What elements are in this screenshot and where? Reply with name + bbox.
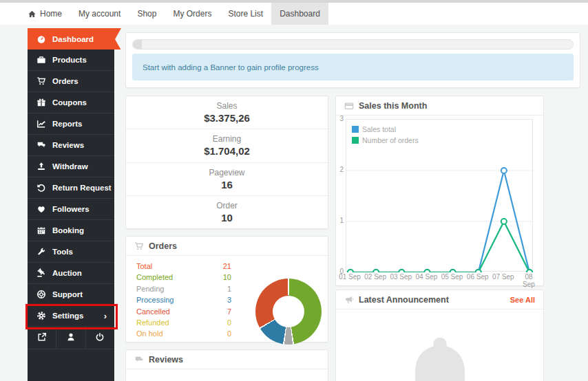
- order-row-refunded[interactable]: Refunded0: [136, 317, 231, 328]
- bell-icon: [395, 334, 485, 381]
- x-tick-label: 02 Sep: [363, 273, 388, 281]
- sidebar-item-label: Products: [52, 56, 87, 64]
- sidebar-item-label: Support: [52, 290, 83, 298]
- briefcase-icon: [36, 55, 46, 65]
- nav-home[interactable]: Home: [19, 3, 70, 25]
- sidebar-item-label: Coupons: [52, 98, 87, 107]
- sidebar-item-tools[interactable]: Tools: [28, 241, 114, 263]
- order-row-cancelled[interactable]: Cancelled7: [136, 306, 231, 317]
- sidebar-item-booking[interactable]: Booking: [28, 220, 114, 241]
- nav-dashboard[interactable]: Dashboard: [271, 3, 328, 25]
- x-tick-label: 07 Sep: [491, 273, 516, 281]
- nav-shop[interactable]: Shop: [129, 3, 165, 25]
- profile-progress-notice: Start with adding a Banner to gain profi…: [132, 54, 574, 80]
- sales-month-panel: Sales this Month 3210 Sales totalNumber …: [335, 96, 544, 286]
- stat-value: $3.375,26: [204, 112, 250, 124]
- sidebar-item-label: Tools: [52, 248, 73, 256]
- plot-area: Sales totalNumber of orders: [346, 119, 533, 272]
- panel-title: Sales this Month: [359, 101, 427, 111]
- stat-value: 10: [221, 212, 233, 224]
- reviews-panel: Reviews: [125, 349, 328, 381]
- chevron-right-icon: ›: [104, 311, 107, 321]
- cart-icon: [36, 76, 46, 86]
- upload-icon: [36, 162, 46, 171]
- stat-label: Order: [216, 201, 238, 210]
- credit-card-icon: [344, 101, 354, 111]
- y-tick-label: 2: [337, 166, 344, 173]
- sidebar-item-label: Reviews: [52, 141, 84, 149]
- nav-store-list[interactable]: Store List: [220, 3, 271, 25]
- megaphone-icon: [344, 295, 354, 305]
- external-link-icon: [37, 332, 47, 344]
- logout-button[interactable]: [86, 327, 114, 349]
- empty-announcements-illustration: [395, 334, 485, 381]
- sidebar-item-support[interactable]: Support: [28, 284, 114, 305]
- x-tick-label: 03 Sep: [388, 273, 413, 281]
- comments-icon: [36, 140, 46, 150]
- sidebar-item-withdraw[interactable]: Withdraw: [28, 156, 114, 177]
- order-row-on-hold[interactable]: On hold0: [136, 328, 231, 339]
- nav-my-account[interactable]: My account: [70, 3, 129, 25]
- sidebar-item-coupons[interactable]: Coupons: [28, 92, 114, 113]
- sidebar-item-followers[interactable]: Followers: [28, 199, 114, 220]
- y-tick-label: 3: [337, 115, 344, 122]
- stat-label: Earning: [213, 134, 241, 144]
- sales-month-header: Sales this Month: [336, 96, 543, 116]
- sidebar-item-orders[interactable]: Orders: [28, 71, 114, 92]
- order-row-completed[interactable]: Completed10: [136, 272, 231, 283]
- legend-label: Number of orders: [362, 136, 419, 144]
- panel-title: Orders: [149, 241, 177, 251]
- rotate-left-icon: [36, 183, 46, 193]
- x-tick-label: 08 Sep: [516, 273, 541, 288]
- gavel-icon: [36, 268, 46, 278]
- order-row-pending[interactable]: Pending1: [136, 283, 231, 294]
- home-icon: [28, 10, 36, 19]
- profile-progress-bar: [132, 39, 574, 50]
- sidebar-item-label: Settings: [52, 312, 83, 320]
- sidebar-item-label: Followers: [52, 205, 90, 213]
- legend-swatch: [352, 126, 359, 133]
- stat-sales: Sales $3.375,26: [126, 96, 328, 129]
- profile-button[interactable]: [56, 327, 85, 349]
- chart-line-icon: [36, 119, 46, 129]
- power-icon: [95, 332, 105, 344]
- sidebar-item-reviews[interactable]: Reviews: [28, 135, 114, 156]
- sidebar-item-settings[interactable]: Settings ›: [28, 305, 114, 327]
- sidebar-item-auction[interactable]: Auction: [28, 263, 114, 284]
- stat-value: $1.704,02: [204, 145, 250, 157]
- sidebar-item-label: Withdraw: [52, 162, 88, 171]
- stat-order: Order 10: [126, 196, 328, 228]
- life-ring-icon: [36, 290, 46, 299]
- orders-panel-header: Orders: [126, 237, 328, 256]
- sidebar-item-products[interactable]: Products: [28, 50, 114, 71]
- see-all-link[interactable]: See All: [510, 296, 535, 304]
- chart-legend: Sales totalNumber of orders: [352, 125, 419, 147]
- order-row-total[interactable]: Total21: [136, 261, 231, 272]
- profile-progress-card: Start with adding a Banner to gain profi…: [125, 32, 580, 88]
- orders-panel: Orders Total21 Completed10 Pending1 Proc…: [125, 236, 328, 342]
- sidebar-item-label: Return Request: [52, 184, 112, 192]
- stat-earning: Earning $1.704,02: [126, 129, 328, 162]
- cart-icon: [134, 241, 144, 251]
- sidebar-footer: [28, 327, 114, 349]
- legend-entry: Sales total: [352, 125, 419, 133]
- panel-title: Latest Announcement: [359, 295, 449, 305]
- notice-text: Start with adding a Banner to gain profi…: [143, 63, 319, 72]
- order-row-processing[interactable]: Processing3: [136, 294, 231, 305]
- x-tick-label: 01 Sep: [337, 273, 362, 281]
- y-tick-label: 1: [337, 217, 344, 224]
- sidebar-item-dashboard[interactable]: Dashboard: [28, 28, 121, 50]
- sidebar-item-return-request[interactable]: Return Request: [28, 177, 114, 199]
- gear-icon: [36, 311, 46, 320]
- nav-home-label: Home: [40, 9, 62, 19]
- x-tick-label: 06 Sep: [465, 273, 490, 281]
- visit-store-button[interactable]: [28, 327, 56, 349]
- stat-value: 16: [221, 179, 233, 190]
- speedometer-icon: [36, 34, 46, 44]
- profile-progress-fill: [133, 40, 142, 49]
- legend-swatch: [352, 137, 359, 144]
- sidebar-item-reports[interactable]: Reports: [28, 113, 114, 135]
- heart-icon: [36, 204, 46, 214]
- nav-my-orders[interactable]: My Orders: [165, 3, 220, 25]
- comment-icon: [134, 355, 144, 364]
